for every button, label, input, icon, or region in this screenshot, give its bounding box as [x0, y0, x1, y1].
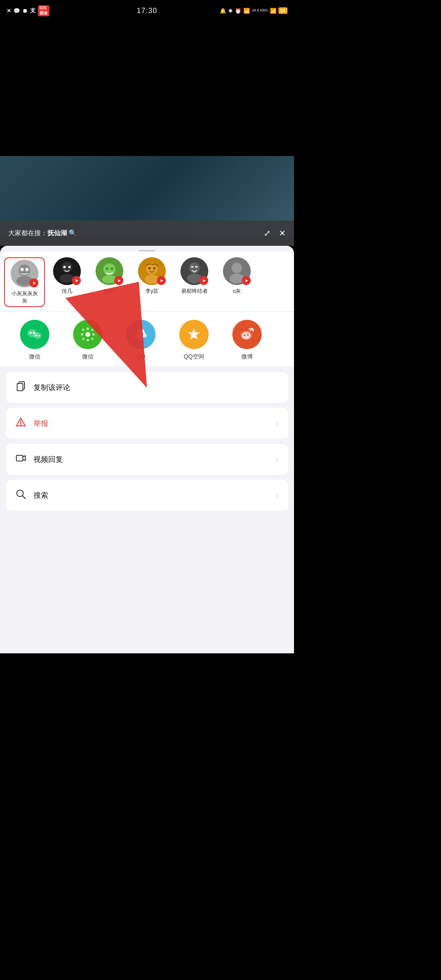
app-icon-1: ✕ — [7, 8, 11, 14]
share-qq[interactable]: QQ — [114, 320, 167, 361]
app-icon-4: 支 — [30, 7, 36, 14]
status-icons-right: 🔔 ✱ ⏰ 📶 18.5 KB/s 📶 54 — [220, 7, 287, 14]
svg-point-59 — [20, 424, 22, 425]
search-action-icon — [16, 489, 26, 502]
svg-point-39 — [81, 333, 83, 336]
friend-avatar-1: ➤ — [11, 260, 38, 287]
network-speed: 18.5 KB/s — [252, 9, 268, 13]
search-action-label: 搜索 — [33, 490, 48, 500]
send-btn-4[interactable]: ➤ — [157, 276, 166, 285]
search-bar-row: 大家都在搜：抚仙湖🔍 ⤢ ✕ — [0, 220, 294, 246]
video-reply-action[interactable]: 视频回复 › — [6, 444, 288, 475]
share-wechat-moments[interactable]: 微信 — [61, 320, 114, 361]
weibo-icon — [232, 320, 262, 349]
wifi-icon: 📶 — [270, 8, 276, 14]
signal-icon: 📶 — [243, 8, 250, 14]
copy-label: 复制该评论 — [33, 383, 70, 392]
share-weibo[interactable]: 微博 — [220, 320, 274, 361]
status-bar: ✕ 💬 ⏺ 支 IOS掘金 17:30 🔔 ✱ ⏰ 📶 18.5 KB/s 📶 … — [0, 0, 294, 21]
friend-item-2[interactable]: ➤ 佳几 — [47, 257, 87, 307]
friend-name-1: 小灰灰灰灰灰 — [11, 290, 38, 305]
svg-point-47 — [135, 334, 138, 338]
svg-line-62 — [22, 496, 25, 499]
report-icon — [16, 417, 26, 430]
friend-item-3[interactable]: ➤ tpctu — [89, 257, 130, 307]
svg-rect-25 — [191, 266, 194, 267]
send-btn-3[interactable]: ➤ — [114, 276, 123, 285]
status-icons-left: ✕ 💬 ⏺ 支 IOS掘金 — [7, 5, 49, 16]
friend-name-6: o灰 — [233, 287, 241, 295]
friend-name-2: 佳几 — [62, 287, 72, 295]
send-btn-1[interactable]: ➤ — [29, 278, 38, 287]
expand-icon[interactable]: ⤢ — [264, 228, 271, 238]
svg-rect-26 — [195, 266, 198, 267]
weibo-label: 微博 — [241, 353, 253, 361]
svg-point-43 — [82, 338, 85, 340]
wechat-icon — [20, 320, 49, 349]
share-qqzone[interactable]: QQ空间 — [167, 320, 220, 361]
svg-point-49 — [138, 332, 140, 334]
friend-name-3: tpctu — [104, 287, 115, 294]
search-prefix: 大家都在搜： — [8, 229, 47, 236]
wechat-label: 微信 — [29, 353, 40, 361]
friend-name-5: 易郁终结者 — [181, 287, 208, 295]
svg-point-36 — [85, 332, 90, 337]
friend-avatar-6: ➤ — [223, 257, 251, 285]
svg-point-42 — [91, 329, 94, 331]
video-reply-icon — [16, 453, 26, 466]
copy-comment-action[interactable]: 复制该评论 — [6, 372, 288, 403]
app-icon-3: ⏺ — [22, 8, 28, 14]
app-icon-2: 💬 — [13, 8, 20, 14]
search-keyword: 抚仙湖 — [47, 229, 67, 236]
search-chevron: › — [276, 491, 278, 500]
svg-point-55 — [247, 334, 249, 336]
friend-item-1[interactable]: ➤ 小灰灰灰灰灰 — [4, 257, 45, 307]
notification-icon: 🔔 — [220, 8, 226, 14]
svg-point-3 — [20, 268, 24, 271]
svg-point-45 — [137, 329, 145, 339]
send-btn-6[interactable]: ➤ — [242, 276, 251, 285]
share-wechat[interactable]: 微信 — [8, 320, 61, 361]
qq-icon — [126, 320, 156, 349]
svg-point-7 — [63, 266, 66, 268]
action-list: 复制该评论 举报 › — [0, 366, 294, 511]
svg-point-28 — [232, 263, 242, 273]
search-bar-icons: ⤢ ✕ — [264, 228, 286, 238]
video-reply-chevron: › — [276, 455, 278, 464]
svg-point-44 — [91, 338, 94, 340]
send-btn-2[interactable]: ➤ — [72, 276, 81, 285]
qqzone-icon — [179, 320, 209, 349]
main-bottom-sheet: ➤ 小灰灰灰灰灰 ➤ 佳 — [0, 246, 294, 653]
friend-avatar-5: ➤ — [180, 257, 208, 285]
search-left: 搜索 — [16, 489, 48, 502]
wechat-moments-label: 微信 — [82, 353, 94, 361]
svg-point-54 — [244, 334, 245, 336]
friend-avatar-3: ➤ — [96, 257, 123, 285]
friend-item-4[interactable]: ➤ 李y芸 — [131, 257, 172, 307]
svg-point-48 — [144, 334, 147, 338]
send-btn-5[interactable]: ➤ — [199, 276, 208, 285]
friend-item-6[interactable]: ➤ o灰 — [216, 257, 257, 307]
svg-point-15 — [111, 267, 113, 270]
search-action[interactable]: 搜索 › — [6, 480, 288, 511]
report-label: 举报 — [33, 419, 48, 428]
svg-point-40 — [92, 333, 95, 336]
svg-rect-60 — [16, 455, 23, 461]
report-left: 举报 — [16, 417, 48, 430]
svg-marker-51 — [188, 328, 200, 340]
video-reply-label: 视频回复 — [33, 454, 63, 464]
wechat-moments-icon — [73, 320, 102, 349]
battery-indicator: 54 — [278, 7, 287, 14]
report-action[interactable]: 举报 › — [6, 408, 288, 439]
bluetooth-icon: ✱ — [228, 8, 233, 14]
top-black-area — [0, 21, 294, 156]
svg-point-20 — [148, 267, 151, 270]
friend-item-5[interactable]: ➤ 易郁终结者 — [174, 257, 215, 307]
video-reply-left: 视频回复 — [16, 453, 63, 466]
svg-point-50 — [142, 332, 143, 334]
svg-point-53 — [242, 332, 251, 339]
friends-row: ➤ 小灰灰灰灰灰 ➤ 佳 — [0, 252, 294, 311]
close-icon[interactable]: ✕ — [279, 228, 286, 238]
report-chevron: › — [276, 419, 278, 428]
search-small-icon: 🔍 — [69, 229, 77, 236]
